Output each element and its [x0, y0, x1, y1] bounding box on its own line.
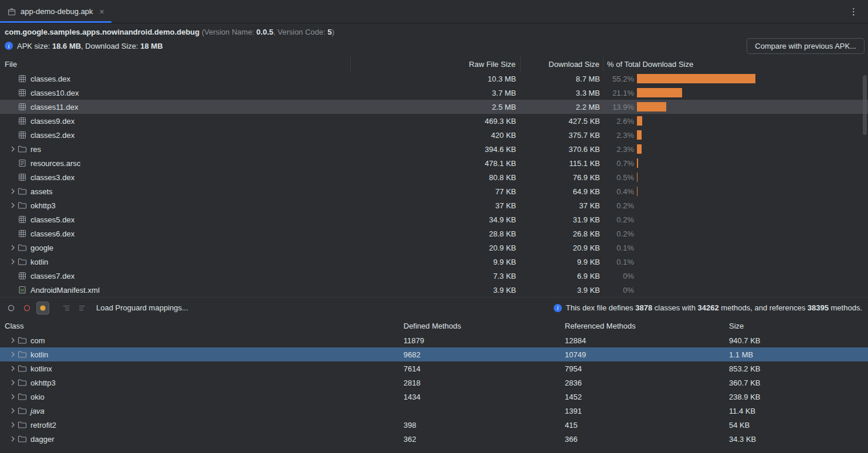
column-header-defined-methods[interactable]: Defined Methods [402, 322, 563, 330]
indent-spacer [8, 271, 18, 280]
class-row[interactable]: kotlin9682107491.1 MB [0, 347, 868, 361]
vertical-scrollbar-thumb[interactable] [863, 75, 867, 135]
chevron-right-icon[interactable] [8, 257, 18, 266]
file-row[interactable]: classes.dex10.3 MB8.7 MB55.2% [0, 72, 868, 86]
file-row[interactable]: okhttp337 KB37 KB0.2% [0, 198, 868, 212]
file-row[interactable]: classes2.dex420 KB375.7 KB2.3% [0, 128, 868, 142]
class-row[interactable]: kotlinx76147954853.2 KB [0, 361, 868, 376]
download-percent-bar [637, 158, 638, 168]
class-row[interactable]: dagger36236634.3 KB [0, 432, 868, 446]
file-row[interactable]: kotlin9.9 KB9.9 KB0.1% [0, 255, 868, 269]
raw-file-size: 3.7 MB [351, 89, 521, 97]
percent-of-total: 0.1% [607, 258, 634, 266]
indent-spacer [8, 102, 18, 111]
column-header-percent[interactable]: % of Total Download Size [603, 56, 868, 72]
class-row[interactable]: retrofit239841554 KB [0, 418, 868, 432]
download-percent-bar [637, 116, 642, 126]
chevron-right-icon[interactable] [8, 420, 18, 430]
dex-file-icon [18, 88, 27, 97]
package-folder-icon [18, 392, 27, 401]
file-row[interactable]: google20.9 KB20.9 KB0.1% [0, 241, 868, 255]
file-cell: classes11.dex [0, 102, 351, 111]
tab-options-menu-icon[interactable]: ⋮ [840, 0, 868, 23]
file-row[interactable]: MAndroidManifest.xml3.9 KB3.9 KB0% [0, 283, 868, 297]
column-header-class[interactable]: Class [0, 322, 402, 330]
class-row[interactable]: java139111.4 KB [0, 404, 868, 418]
file-row[interactable]: classes5.dex34.9 KB31.9 KB0.2% [0, 212, 868, 226]
dex-file-icon [18, 271, 27, 280]
class-name: okio [30, 393, 45, 401]
indent-spacer [8, 229, 18, 238]
chevron-right-icon[interactable] [8, 378, 18, 387]
close-tab-icon[interactable]: × [100, 8, 104, 16]
chevron-right-icon[interactable] [8, 350, 18, 359]
class-cell: dagger [0, 434, 402, 444]
percent-of-total: 0.5% [607, 173, 634, 182]
percent-of-total: 0% [607, 272, 634, 280]
column-header-referenced-methods[interactable]: Referenced Methods [563, 322, 727, 330]
class-table-body: com1187912884940.7 KBkotlin9682107491.1 … [0, 333, 868, 446]
package-name: com.google.samples.apps.nowinandroid.dem… [5, 28, 199, 36]
raw-file-size: 77 KB [351, 187, 521, 196]
chevron-right-icon[interactable] [8, 144, 18, 154]
file-row[interactable]: assets77 KB64.9 KB0.4% [0, 184, 868, 198]
compare-apk-button[interactable]: Compare with previous APK... [747, 38, 864, 54]
file-row[interactable]: classes9.dex469.3 KB427.5 KB2.6% [0, 114, 868, 128]
file-row[interactable]: res394.6 KB370.6 KB2.3% [0, 142, 868, 156]
load-proguard-mappings-link[interactable]: Load Proguard mappings... [96, 303, 188, 312]
show-methods-toggle-icon[interactable] [21, 302, 33, 315]
class-cell: okhttp3 [0, 378, 402, 387]
tab-apk-analyzer[interactable]: app-demo-debug.apk × [0, 0, 111, 23]
class-row[interactable]: com1187912884940.7 KB [0, 333, 868, 347]
class-name: kotlinx [30, 364, 52, 373]
info-icon: i [554, 304, 562, 312]
show-referenced-methods-toggle-icon[interactable] [36, 302, 49, 315]
raw-file-size: 420 KB [351, 131, 521, 140]
column-header-size[interactable]: Size [727, 322, 868, 330]
raw-file-size: 10.3 MB [351, 75, 521, 83]
percent-cell: 2.3% [603, 142, 868, 156]
class-size: 34.3 KB [727, 435, 868, 444]
apk-analyzer-window: app-demo-debug.apk × ⋮ com.google.sample… [0, 0, 868, 446]
chevron-right-icon[interactable] [8, 201, 18, 210]
column-header-raw-file-size[interactable]: Raw File Size [351, 56, 521, 72]
file-row[interactable]: classes6.dex28.8 KB26.8 KB0.2% [0, 226, 868, 241]
chevron-right-icon[interactable] [8, 434, 18, 444]
file-row[interactable]: classes3.dex80.8 KB76.9 KB0.5% [0, 170, 868, 184]
defined-methods: 362 [402, 435, 563, 444]
referenced-methods: 415 [563, 421, 727, 430]
download-size: 3.9 KB [521, 286, 603, 295]
chevron-right-icon[interactable] [8, 243, 18, 252]
chevron-right-icon[interactable] [8, 364, 18, 373]
download-percent-bar [637, 187, 638, 196]
file-row[interactable]: classes11.dex2.5 MB2.2 MB13.9% [0, 100, 868, 114]
class-size: 54 KB [727, 421, 868, 430]
file-cell: okhttp3 [0, 201, 351, 210]
chevron-right-icon[interactable] [8, 406, 18, 415]
file-row[interactable]: resources.arsc478.1 KB115.1 KB0.7% [0, 156, 868, 170]
class-row[interactable]: okio14341452238.9 KB [0, 390, 868, 404]
raw-file-size: 469.3 KB [351, 117, 521, 126]
file-table-header: File Raw File Size Download Size % of To… [0, 56, 868, 72]
chevron-right-icon[interactable] [8, 336, 18, 345]
download-size: 2.2 MB [521, 103, 603, 111]
class-row[interactable]: okhttp328182836360.7 KB [0, 376, 868, 390]
show-fields-toggle-icon[interactable] [5, 302, 18, 315]
expand-all-icon[interactable] [60, 302, 73, 315]
class-cell: java [0, 406, 402, 415]
version-name-label: (Version Name: [199, 28, 256, 36]
chevron-right-icon[interactable] [8, 392, 18, 401]
raw-file-size: 7.3 KB [351, 272, 521, 280]
file-name: resources.arsc [30, 159, 80, 168]
file-row[interactable]: classes7.dex7.3 KB6.9 KB0% [0, 269, 868, 283]
file-row[interactable]: classes10.dex3.7 MB3.3 MB21.1% [0, 86, 868, 100]
column-header-download-size[interactable]: Download Size [521, 56, 603, 72]
collapse-all-icon[interactable] [76, 302, 89, 315]
percent-cell: 0.5% [603, 170, 868, 184]
download-size: 76.9 KB [521, 173, 603, 182]
chevron-right-icon[interactable] [8, 187, 18, 196]
file-name: classes6.dex [30, 229, 74, 238]
column-header-file[interactable]: File [0, 56, 351, 72]
referenced-methods: 366 [563, 435, 727, 444]
class-table: Class Defined Methods Referenced Methods… [0, 318, 868, 446]
